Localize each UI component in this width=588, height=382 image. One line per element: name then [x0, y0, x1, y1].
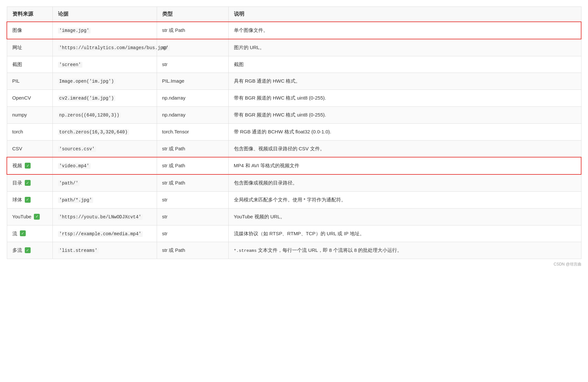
source-label: numpy	[12, 111, 27, 119]
table-row: torchtorch.zeros(16,3,320,640)torch.Tens…	[7, 123, 581, 140]
cell-description: 具有 RGB 通道的 HWC 格式。	[228, 73, 581, 90]
inline-code: *.streams	[234, 248, 257, 253]
argument-code: 'screen'	[58, 62, 82, 68]
checkmark-badge: ✓	[20, 230, 26, 236]
cell-argument: Image.open('im.jpg')	[52, 73, 157, 90]
argument-code: np.zeros((640,1280,3))	[58, 112, 121, 118]
cell-argument: 'path/'	[52, 174, 157, 191]
source-label: 球体	[12, 196, 22, 204]
cell-argument: cv2.imread('im.jpg')	[52, 90, 157, 107]
cell-argument: 'video.mp4'	[52, 157, 157, 174]
source-label: YouTube	[12, 212, 32, 221]
table-row: 图像'image.jpg'str 或 Path单个图像文件。	[7, 22, 581, 39]
header-source: 资料来源	[7, 7, 52, 22]
cell-source: 目录✓	[7, 174, 52, 191]
cell-description: 包含图像、视频或目录路径的 CSV 文件。	[228, 140, 581, 157]
cell-source: 流✓	[7, 225, 52, 242]
data-table: 资料来源 论据 类型 说明 图像'image.jpg'str 或 Path单个图…	[7, 7, 581, 259]
checkmark-badge: ✓	[25, 163, 31, 169]
source-label: 流	[12, 229, 17, 238]
cell-type: np.ndarray	[157, 106, 228, 123]
cell-description: MP4 和 AVI 等格式的视频文件	[228, 157, 581, 174]
argument-code: 'video.mp4'	[58, 163, 91, 169]
cell-description: 流媒体协议（如 RTSP、RTMP、TCP）的 URL 或 IP 地址。	[228, 225, 581, 242]
cell-argument: np.zeros((640,1280,3))	[52, 106, 157, 123]
table-row: OpenCVcv2.imread('im.jpg')np.ndarray带有 B…	[7, 90, 581, 107]
argument-code: cv2.imread('im.jpg')	[58, 95, 115, 101]
cell-argument: torch.zeros(16,3,320,640)	[52, 123, 157, 140]
cell-description: 带 RGB 通道的 BCHW 格式 float32 (0.0-1.0).	[228, 123, 581, 140]
argument-code: 'https://ultralytics.com/images/bus.jpg'	[58, 45, 170, 51]
cell-type: PIL.Image	[157, 73, 228, 90]
cell-type: torch.Tensor	[157, 123, 228, 140]
checkmark-badge: ✓	[25, 197, 31, 203]
argument-code: 'image.jpg'	[58, 28, 91, 34]
cell-argument: 'https://ultralytics.com/images/bus.jpg'	[52, 39, 157, 56]
cell-type: str	[157, 56, 228, 73]
cell-argument: 'sources.csv'	[52, 140, 157, 157]
table-row: 截图'screen'str截图	[7, 56, 581, 73]
cell-source: 截图	[7, 56, 52, 73]
cell-source: 图像	[7, 22, 52, 39]
cell-type: str 或 Path	[157, 140, 228, 157]
cell-source: 多流✓	[7, 242, 52, 259]
checkmark-badge: ✓	[25, 180, 31, 186]
argument-code: 'rtsp://example.com/media.mp4'	[58, 231, 143, 237]
header-description: 说明	[228, 7, 581, 22]
argument-code: Image.open('im.jpg')	[58, 78, 115, 84]
cell-description: 全局模式来匹配多个文件。使用 * 字符作为通配符。	[228, 191, 581, 208]
cell-source: YouTube✓	[7, 208, 52, 225]
table-row: 球体✓'path/*.jpg'str全局模式来匹配多个文件。使用 * 字符作为通…	[7, 191, 581, 208]
cell-argument: 'rtsp://example.com/media.mp4'	[52, 225, 157, 242]
cell-argument: 'path/*.jpg'	[52, 191, 157, 208]
table-row: YouTube✓'https://youtu.be/LNwODJXcvt4'st…	[7, 208, 581, 225]
cell-source: OpenCV	[7, 90, 52, 107]
source-label: 视频	[12, 161, 22, 170]
source-label: 多流	[12, 246, 22, 254]
table-row: 视频✓'video.mp4'str 或 PathMP4 和 AVI 等格式的视频…	[7, 157, 581, 174]
cell-description: 单个图像文件。	[228, 22, 581, 39]
cell-argument: 'screen'	[52, 56, 157, 73]
argument-code: 'list.streams'	[58, 248, 99, 253]
source-label: 网址	[12, 43, 22, 52]
checkmark-badge: ✓	[34, 214, 40, 220]
cell-source: 球体✓	[7, 191, 52, 208]
source-label: torch	[12, 128, 23, 136]
cell-type: str	[157, 39, 228, 56]
argument-code: 'sources.csv'	[58, 146, 96, 152]
cell-source: torch	[7, 123, 52, 140]
argument-code: torch.zeros(16,3,320,640)	[58, 129, 129, 135]
cell-type: np.ndarray	[157, 90, 228, 107]
header-type: 类型	[157, 7, 228, 22]
table-row: CSV'sources.csv'str 或 Path包含图像、视频或目录路径的 …	[7, 140, 581, 157]
table-row: 多流✓'list.streams'str 或 Path*.streams 文本文…	[7, 242, 581, 259]
table-row: 目录✓'path/'str 或 Path包含图像或视频的目录路径。	[7, 174, 581, 191]
table-row: PILImage.open('im.jpg')PIL.Image具有 RGB 通…	[7, 73, 581, 90]
cell-type: str 或 Path	[157, 157, 228, 174]
cell-source: 网址	[7, 39, 52, 56]
source-label: PIL	[12, 77, 20, 85]
checkmark-badge: ✓	[25, 247, 31, 253]
argument-code: 'path/*.jpg'	[58, 197, 93, 203]
cell-description: *.streams 文本文件，每行一个流 URL，即 8 个流将以 8 的批处理…	[228, 242, 581, 259]
cell-source: CSV	[7, 140, 52, 157]
source-label: 图像	[12, 26, 22, 34]
table-row: 网址'https://ultralytics.com/images/bus.jp…	[7, 39, 581, 56]
cell-argument: 'https://youtu.be/LNwODJXcvt4'	[52, 208, 157, 225]
cell-description: 截图	[228, 56, 581, 73]
cell-description: 带有 BGR 频道的 HWC 格式 uint8 (0-255).	[228, 106, 581, 123]
argument-code: 'https://youtu.be/LNwODJXcvt4'	[58, 214, 143, 220]
cell-source: 视频✓	[7, 157, 52, 174]
cell-type: str 或 Path	[157, 242, 228, 259]
argument-code: 'path/'	[58, 180, 80, 186]
cell-type: str 或 Path	[157, 22, 228, 39]
table-row: numpynp.zeros((640,1280,3))np.ndarray带有 …	[7, 106, 581, 123]
cell-argument: 'image.jpg'	[52, 22, 157, 39]
source-label: CSV	[12, 144, 22, 153]
cell-description: YouTube 视频的 URL。	[228, 208, 581, 225]
source-label: 目录	[12, 179, 22, 187]
cell-description: 图片的 URL。	[228, 39, 581, 56]
cell-type: str 或 Path	[157, 174, 228, 191]
cell-source: PIL	[7, 73, 52, 90]
cell-type: str	[157, 208, 228, 225]
